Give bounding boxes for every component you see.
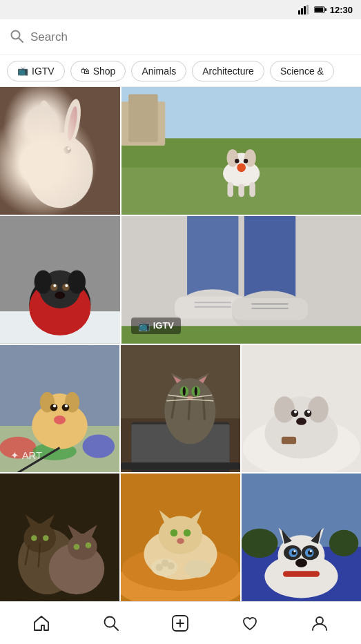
status-icons: 12:30 — [298, 5, 353, 15]
svg-point-10 — [27, 135, 93, 208]
svg-point-111 — [296, 418, 306, 425]
filter-tabs: 📺 IGTV 🛍 Shop Animals Architecture Scien… — [0, 55, 361, 87]
igtv-badge-label: IGTV — [153, 320, 174, 331]
svg-rect-81 — [121, 462, 240, 469]
grid-cell-cats[interactable] — [0, 474, 119, 601]
svg-point-13 — [61, 98, 84, 147]
svg-rect-5 — [325, 8, 326, 11]
svg-rect-49 — [187, 216, 238, 297]
tab-architecture[interactable]: Architecture — [192, 61, 264, 81]
svg-point-74 — [53, 404, 56, 407]
status-bar: 12:30 — [0, 0, 361, 19]
grid-row-2: 📺 IGTV — [0, 216, 361, 344]
grid-cell-husky[interactable] — [242, 474, 361, 601]
svg-rect-106 — [282, 436, 296, 444]
add-icon — [171, 614, 189, 632]
grid-row-1 — [0, 87, 361, 215]
svg-point-75 — [65, 404, 68, 407]
grid-cell-cat-orange[interactable] — [121, 474, 240, 601]
nav-profile[interactable] — [303, 607, 336, 640]
svg-point-135 — [184, 560, 211, 578]
svg-rect-162 — [283, 571, 320, 576]
svg-point-29 — [244, 149, 256, 166]
svg-point-17 — [64, 146, 71, 154]
svg-rect-31 — [238, 184, 244, 197]
svg-point-35 — [244, 159, 248, 163]
battery-icon — [314, 5, 326, 14]
nav-add[interactable] — [164, 607, 197, 640]
svg-point-14 — [41, 107, 54, 143]
svg-point-45 — [53, 284, 56, 286]
svg-point-33 — [237, 163, 246, 172]
svg-point-168 — [316, 617, 323, 624]
heart-icon — [241, 614, 259, 632]
svg-point-136 — [155, 564, 163, 572]
svg-point-138 — [167, 563, 175, 570]
svg-point-71 — [54, 415, 66, 424]
svg-rect-9 — [0, 87, 120, 215]
svg-point-20 — [57, 156, 64, 160]
search-bar — [0, 19, 361, 55]
svg-line-8 — [19, 38, 23, 42]
grid-row-4 — [0, 474, 361, 601]
svg-text:✦ ART: ✦ ART — [10, 449, 42, 460]
shop-icon: 🛍 — [81, 66, 90, 76]
svg-point-160 — [310, 550, 312, 552]
nav-home[interactable] — [25, 607, 58, 640]
svg-point-124 — [86, 543, 91, 548]
svg-point-7 — [12, 30, 20, 39]
grid-row-3: ✦ ART — [0, 345, 361, 473]
grid-cell-cat-laptop[interactable] — [121, 345, 240, 473]
tab-science[interactable]: Science & — [270, 61, 334, 81]
svg-point-16 — [49, 146, 57, 154]
svg-point-19 — [67, 147, 70, 150]
svg-point-65 — [82, 434, 115, 458]
search-nav-icon — [102, 614, 120, 632]
grid-cell-dog-leash[interactable]: ✦ ART — [0, 345, 119, 473]
grid-cell-shoes[interactable]: 📺 IGTV — [121, 216, 361, 344]
home-icon — [32, 614, 50, 632]
photo-grid: 📺 IGTV ✦ ART — [0, 87, 361, 601]
search-input[interactable] — [30, 30, 351, 44]
svg-rect-1 — [301, 8, 303, 14]
svg-point-42 — [68, 270, 86, 293]
igtv-icon: 📺 — [17, 66, 28, 76]
search-icon — [10, 29, 23, 46]
svg-rect-3 — [306, 5, 309, 14]
igtv-badge: 📺 IGTV — [131, 318, 181, 334]
svg-point-118 — [68, 534, 97, 560]
svg-point-12 — [36, 99, 59, 148]
grid-cell-dog-jacket[interactable] — [0, 216, 120, 344]
tab-animals[interactable]: Animals — [131, 61, 186, 81]
status-time: 12:30 — [330, 5, 353, 15]
nav-search[interactable] — [95, 607, 128, 640]
svg-point-15 — [66, 106, 79, 142]
svg-point-163 — [104, 616, 115, 627]
svg-rect-2 — [304, 6, 306, 14]
svg-point-94 — [195, 387, 197, 396]
grid-cell-dog-grass[interactable] — [121, 87, 361, 215]
svg-point-145 — [242, 529, 278, 558]
svg-rect-30 — [227, 182, 233, 197]
svg-point-110 — [307, 410, 310, 413]
svg-point-139 — [170, 529, 178, 537]
grid-cell-rabbit[interactable] — [0, 87, 120, 215]
tab-igtv[interactable]: 📺 IGTV — [7, 61, 65, 81]
svg-point-159 — [293, 550, 295, 552]
svg-point-93 — [183, 387, 186, 396]
svg-point-140 — [184, 529, 191, 537]
svg-point-146 — [329, 530, 358, 556]
svg-point-46 — [65, 284, 68, 286]
grid-cell-dog-white[interactable] — [242, 345, 361, 473]
signal-icon — [298, 5, 311, 14]
tab-shop[interactable]: 🛍 Shop — [70, 61, 126, 81]
svg-point-34 — [235, 159, 239, 163]
svg-point-123 — [74, 544, 79, 549]
svg-rect-25 — [128, 95, 157, 142]
svg-point-141 — [177, 538, 184, 544]
svg-point-109 — [294, 410, 297, 413]
svg-point-105 — [308, 396, 329, 422]
nav-activity[interactable] — [233, 607, 266, 640]
svg-point-18 — [52, 147, 55, 150]
bottom-nav — [0, 601, 361, 644]
